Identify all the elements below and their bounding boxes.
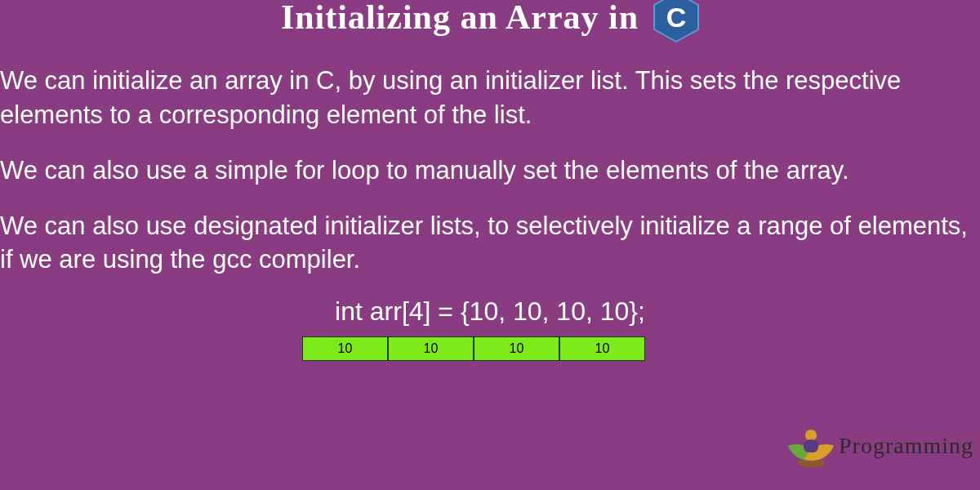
- logo-base-icon: [798, 461, 824, 467]
- logo-icon: [790, 425, 832, 467]
- c-hex-icon: C: [653, 0, 699, 42]
- logo-text: Programming: [839, 433, 973, 459]
- c-language-badge: C: [653, 0, 699, 42]
- page-title: Initializing an Array in: [281, 0, 639, 37]
- logo-body-icon: [804, 439, 818, 452]
- c-hex-inner: C: [655, 0, 697, 41]
- c-letter: C: [666, 2, 687, 33]
- intro-paragraph-1: We can initialize an array in C, by usin…: [0, 64, 980, 132]
- array-cell: 10: [388, 336, 474, 361]
- intro-paragraph-2: We can also use a simple for loop to man…: [0, 154, 980, 188]
- array-cell: 10: [474, 336, 559, 361]
- title-row: Initializing an Array in C: [0, 0, 980, 42]
- intro-paragraph-3: We can also use designated initializer l…: [0, 209, 980, 278]
- array-cell: 10: [559, 336, 645, 361]
- brand-logo: Programming: [790, 425, 973, 467]
- array-cell: 10: [302, 336, 388, 361]
- array-visualization: 10 10 10 10: [0, 336, 980, 361]
- code-example: int arr[4] = {10, 10, 10, 10};: [0, 296, 980, 327]
